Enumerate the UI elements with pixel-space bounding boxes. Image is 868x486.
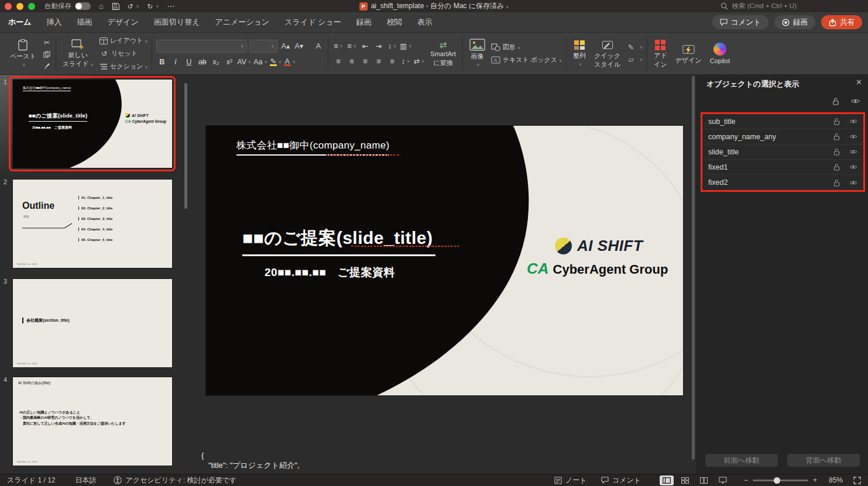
notes-toggle-button[interactable]: ノート	[554, 475, 587, 485]
slide-thumbnail-1[interactable]: 株式会社■■御中(company_name) ■■のご提案(slide_titl…	[13, 80, 172, 168]
strikethrough-button[interactable]: ab	[197, 57, 208, 68]
text-direction-button[interactable]: ⇄	[413, 56, 424, 67]
zoom-out-button[interactable]: −	[744, 476, 748, 484]
style-pen-button[interactable]: ✎	[626, 43, 643, 51]
clear-formatting-button[interactable]: A	[313, 40, 324, 51]
style-fill-button[interactable]: ▱	[626, 56, 643, 64]
designer-button[interactable]: デザイン	[673, 43, 704, 65]
slide-thumbnail-2[interactable]: Outline 目次 01. Chapter_1_title 02. Chapt…	[13, 180, 172, 268]
search-field[interactable]: 検索 (Cmd + Ctrl + U)	[721, 2, 797, 11]
record-button[interactable]: 録画	[774, 15, 815, 29]
lock-icon[interactable]	[833, 148, 840, 156]
shapes-button[interactable]: 図形	[491, 43, 562, 51]
paste-button[interactable]: ペースト	[8, 37, 39, 70]
slideshow-view-button[interactable]	[716, 475, 730, 485]
character-spacing-button[interactable]: AV	[237, 57, 251, 68]
notes-pane[interactable]: { "title": "プロジェクト紹介",	[201, 450, 299, 470]
align-right-button[interactable]: ≡	[359, 56, 370, 67]
eye-icon[interactable]	[849, 119, 857, 124]
highlight-color-button[interactable]: ✎	[270, 57, 282, 68]
company-name-textbox[interactable]: 株式会社■■御中(company_name)	[236, 139, 389, 156]
eye-icon[interactable]	[849, 180, 857, 185]
tab-animations[interactable]: アニメーション	[215, 17, 269, 27]
more-commands-button[interactable]: ⋯	[167, 2, 174, 11]
eye-icon[interactable]	[849, 164, 857, 170]
line-spacing-button[interactable]: ↕	[386, 40, 397, 51]
justify-button[interactable]: ≡	[373, 56, 384, 67]
share-button[interactable]: 共有	[821, 15, 862, 29]
comments-button[interactable]: コメント	[712, 15, 768, 29]
addins-button[interactable]: アド イン	[651, 38, 670, 69]
fit-to-window-button[interactable]	[853, 477, 861, 484]
redo-button[interactable]: ↻	[147, 2, 159, 11]
increase-font-button[interactable]: A▴	[280, 40, 291, 51]
object-row-fixed1[interactable]: fixed1	[702, 160, 863, 175]
layout-button[interactable]: レイアウト	[100, 36, 147, 45]
slide-canvas[interactable]: 株式会社■■御中(company_name) ■■のご提案(slide_titl…	[206, 126, 683, 395]
zoom-in-button[interactable]: +	[813, 476, 817, 484]
vertical-align-button[interactable]: ↕	[400, 56, 411, 67]
comments-toggle-button[interactable]: コメント	[601, 475, 641, 485]
tab-home[interactable]: ホーム	[8, 17, 32, 27]
slide-thumbnail-4[interactable]: AI Shiftの強み(title) AIの正しい知識とノウハウがあること →国…	[13, 377, 172, 466]
reading-view-button[interactable]	[697, 475, 711, 485]
close-window-button[interactable]	[5, 3, 12, 10]
lock-icon[interactable]	[833, 118, 840, 125]
lock-icon[interactable]	[833, 163, 840, 171]
outdent-button[interactable]: ⇤	[359, 40, 370, 51]
undo-button[interactable]: ↺	[128, 2, 139, 11]
font-name-dropdown[interactable]	[156, 40, 247, 53]
slide-sorter-view-button[interactable]	[678, 475, 692, 485]
normal-view-button[interactable]	[660, 475, 674, 485]
align-center-button[interactable]: ≡	[346, 56, 357, 67]
show-all-eye-icon[interactable]	[851, 98, 860, 104]
autosave-control[interactable]: 自動保存	[44, 2, 91, 11]
tab-design[interactable]: デザイン	[108, 17, 139, 27]
font-size-dropdown[interactable]	[249, 40, 277, 53]
zoom-window-button[interactable]	[28, 3, 35, 10]
slide-thumbnail-3[interactable]: 会社概要(section_title) © AI Shift, Inc. 202…	[13, 279, 172, 367]
italic-button[interactable]: I	[170, 57, 181, 68]
bullets-button[interactable]: ≡	[332, 40, 344, 51]
tab-insert[interactable]: 挿入	[47, 17, 62, 27]
lock-icon[interactable]	[833, 133, 840, 140]
object-row-company-name-any[interactable]: company_name_any	[702, 129, 863, 144]
tab-record[interactable]: 録画	[356, 17, 372, 27]
indent-button[interactable]: ⇥	[373, 40, 384, 51]
distribute-button[interactable]: ≡	[386, 56, 397, 67]
cut-button[interactable]: ✂	[42, 39, 52, 47]
slide-title-textbox[interactable]: ■■のご提案(slide_title)	[242, 226, 435, 256]
main-scrollbar[interactable]	[692, 76, 695, 460]
copy-button[interactable]	[42, 51, 52, 58]
zoom-slider-knob[interactable]	[774, 477, 780, 484]
picture-button[interactable]: 画像	[467, 37, 488, 70]
convert-to-smartart-button[interactable]: ⇄ SmartArt に変換	[428, 40, 458, 67]
decrease-font-button[interactable]: A▾	[293, 40, 304, 51]
send-backward-button[interactable]: 背面へ移動	[787, 454, 860, 467]
lock-all-icon[interactable]	[832, 97, 839, 105]
align-left-button[interactable]: ≡	[332, 56, 344, 67]
superscript-button[interactable]: x²	[224, 57, 235, 68]
arrange-button[interactable]: 整列	[571, 39, 588, 69]
tab-view[interactable]: 表示	[417, 17, 433, 27]
bring-forward-button[interactable]: 前面へ移動	[705, 454, 778, 467]
lock-icon[interactable]	[833, 179, 840, 187]
home-button[interactable]: ⌂	[99, 2, 104, 11]
document-title[interactable]: ai_shift_template - 自分の Mac に保存済み	[371, 1, 509, 11]
new-slide-button[interactable]: 新しい スライド	[60, 37, 96, 70]
close-pane-icon[interactable]: ✕	[856, 78, 862, 87]
object-row-sub-title[interactable]: sub_title	[702, 114, 863, 129]
reset-button[interactable]: ↺ リセット	[100, 49, 147, 58]
font-color-button[interactable]: A	[284, 57, 296, 68]
subtitle-textbox[interactable]: 20■■.■■.■■ ご提案資料	[265, 265, 395, 280]
columns-button[interactable]: ▥	[400, 40, 411, 51]
format-painter-button[interactable]	[42, 62, 52, 69]
underline-button[interactable]: U	[183, 57, 194, 68]
eye-icon[interactable]	[849, 149, 857, 154]
zoom-slider[interactable]	[753, 480, 808, 481]
change-case-button[interactable]: Aa	[253, 57, 267, 68]
tab-slideshow[interactable]: スライド ショー	[284, 17, 341, 27]
copilot-button[interactable]: Copilot	[708, 42, 732, 66]
zoom-level[interactable]: 85%	[829, 476, 843, 484]
save-button[interactable]	[112, 2, 119, 10]
